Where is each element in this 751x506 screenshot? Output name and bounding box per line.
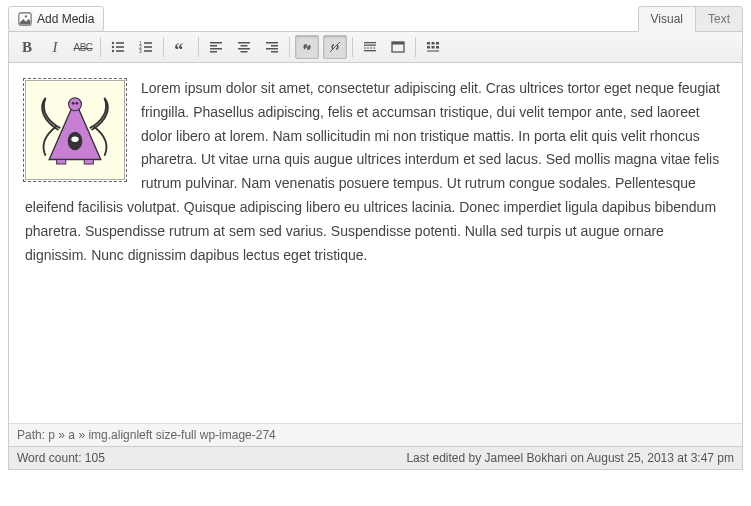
svg-point-6 (112, 50, 114, 52)
svg-rect-35 (436, 42, 439, 45)
aligned-image[interactable] (25, 80, 125, 180)
element-path-text: Path: p » a » img.alignleft size-full wp… (17, 428, 276, 442)
svg-rect-38 (436, 46, 439, 49)
svg-rect-37 (432, 46, 435, 49)
separator (100, 37, 101, 57)
svg-rect-27 (364, 42, 376, 43)
add-media-label: Add Media (37, 12, 94, 26)
unlink-button[interactable] (323, 35, 347, 59)
content-paragraph: Lorem ipsum dolor sit amet, consectetur … (25, 77, 726, 267)
editor-box: B I ABC 123 “ (8, 31, 743, 470)
bold-button[interactable]: B (15, 35, 39, 59)
svg-point-41 (69, 98, 82, 111)
svg-rect-30 (364, 50, 376, 51)
svg-point-45 (71, 136, 78, 142)
svg-rect-24 (266, 48, 278, 50)
separator (198, 37, 199, 57)
editor-tabs: Visual Text (638, 6, 743, 32)
tab-visual[interactable]: Visual (638, 6, 696, 32)
content-editor[interactable]: Lorem ipsum dolor sit amet, consectetur … (9, 63, 742, 423)
svg-rect-34 (432, 42, 435, 45)
italic-button[interactable]: I (43, 35, 67, 59)
svg-rect-5 (116, 46, 124, 48)
add-media-button[interactable]: Add Media (8, 6, 104, 32)
svg-rect-33 (427, 42, 430, 45)
last-edited: Last edited by Jameel Bokhari on August … (406, 451, 734, 465)
svg-rect-18 (238, 42, 250, 44)
fullscreen-button[interactable] (386, 35, 410, 59)
svg-rect-14 (210, 42, 222, 44)
ordered-list-button[interactable]: 123 (134, 35, 158, 59)
align-left-button[interactable] (204, 35, 228, 59)
paragraph-text: Lorem ipsum dolor sit amet, consectetur … (25, 80, 720, 263)
insert-more-button[interactable] (358, 35, 382, 59)
link-button[interactable] (295, 35, 319, 59)
svg-rect-9 (144, 42, 152, 44)
svg-rect-46 (57, 159, 66, 164)
blockquote-button[interactable]: “ (169, 35, 193, 59)
separator (415, 37, 416, 57)
svg-rect-36 (427, 46, 430, 49)
svg-rect-16 (210, 48, 222, 50)
separator (352, 37, 353, 57)
strikethrough-button[interactable]: ABC (71, 35, 95, 59)
svg-rect-32 (392, 42, 404, 45)
tab-text[interactable]: Text (695, 6, 743, 32)
svg-rect-39 (427, 50, 439, 52)
svg-rect-22 (266, 42, 278, 44)
svg-point-4 (112, 46, 114, 48)
svg-rect-23 (271, 45, 278, 47)
separator (289, 37, 290, 57)
svg-rect-28 (364, 45, 376, 46)
svg-point-2 (112, 42, 114, 44)
svg-rect-25 (271, 51, 278, 53)
svg-text:3: 3 (139, 48, 142, 54)
svg-rect-17 (210, 51, 217, 53)
separator (163, 37, 164, 57)
svg-rect-7 (116, 50, 124, 52)
svg-point-1 (25, 15, 27, 17)
top-row: Add Media Visual Text (8, 6, 743, 32)
monster-illustration-icon (29, 84, 121, 176)
align-center-button[interactable] (232, 35, 256, 59)
element-path-bar[interactable]: Path: p » a » img.alignleft size-full wp… (9, 423, 742, 446)
word-count: Word count: 105 (17, 451, 105, 465)
svg-rect-13 (144, 50, 152, 52)
svg-rect-20 (238, 48, 250, 50)
svg-rect-21 (241, 51, 248, 53)
toolbar: B I ABC 123 “ (9, 32, 742, 63)
status-bar: Word count: 105 Last edited by Jameel Bo… (9, 446, 742, 469)
editor-container: Add Media Visual Text B I ABC 123 “ (0, 0, 751, 478)
media-icon (18, 12, 32, 26)
svg-point-42 (72, 102, 75, 105)
svg-point-43 (75, 102, 78, 105)
svg-rect-19 (241, 45, 248, 47)
svg-rect-3 (116, 42, 124, 44)
kitchen-sink-button[interactable] (421, 35, 445, 59)
svg-rect-15 (210, 45, 217, 47)
svg-rect-47 (84, 159, 93, 164)
unordered-list-button[interactable] (106, 35, 130, 59)
svg-rect-11 (144, 46, 152, 48)
align-right-button[interactable] (260, 35, 284, 59)
